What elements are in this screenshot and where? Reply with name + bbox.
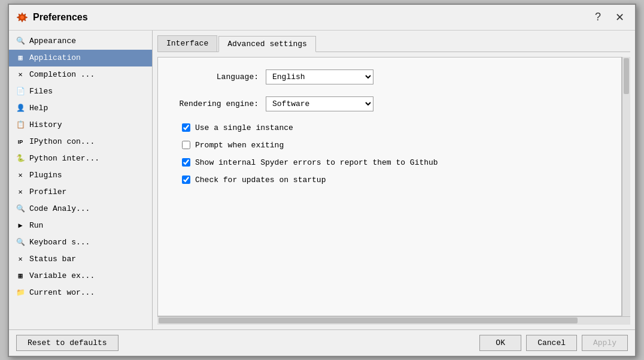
- title-buttons: ? ✕: [591, 10, 628, 25]
- scroll-thumb[interactable]: [624, 58, 629, 94]
- grid-icon: ▦: [15, 53, 26, 63]
- sidebar-item-label: Files: [29, 87, 53, 96]
- tab-advanced-settings[interactable]: Advanced settings: [218, 36, 316, 52]
- search-icon: 🔍: [15, 36, 26, 47]
- x-icon: ✕: [15, 254, 26, 265]
- tab-interface[interactable]: Interface: [157, 35, 217, 52]
- sidebar-item-run[interactable]: ▶Run: [9, 217, 152, 234]
- sidebar-item-keyboard-s...[interactable]: 🔍Keyboard s...: [9, 234, 152, 251]
- dialog-title: Preferences: [33, 12, 88, 23]
- content-area: InterfaceAdvanced settings Language: Eng…: [153, 31, 635, 329]
- sidebar-item-help[interactable]: 👤Help: [9, 100, 152, 117]
- sidebar-item-label: Status bar: [29, 255, 76, 264]
- help-button[interactable]: ?: [591, 10, 604, 25]
- reset-button[interactable]: Reset to defaults: [16, 335, 119, 351]
- sidebar-item-files[interactable]: 📄Files: [9, 83, 152, 100]
- sidebar: 🔍Appearance▦Application✕Completion ...📄F…: [9, 31, 153, 329]
- rendering-row: Rendering engine: SoftwareOpenGLAuto: [170, 96, 609, 111]
- sidebar-item-label: Profiler: [29, 187, 66, 196]
- checkbox-0[interactable]: [182, 123, 190, 132]
- sidebar-item-application[interactable]: ▦Application: [9, 50, 152, 66]
- language-label: Language:: [170, 72, 266, 81]
- rendering-select[interactable]: SoftwareOpenGLAuto: [266, 96, 373, 111]
- sidebar-item-variable-ex...[interactable]: ▦Variable ex...: [9, 268, 152, 285]
- sidebar-item-label: Run: [29, 221, 43, 230]
- history-icon: 📋: [15, 120, 26, 131]
- sidebar-item-label: Application: [29, 53, 81, 62]
- sidebar-item-label: Variable ex...: [29, 271, 95, 280]
- sidebar-item-plugins[interactable]: ✕Plugins: [9, 167, 152, 184]
- h-scroll-thumb[interactable]: [159, 317, 578, 323]
- search-icon: 🔍: [15, 204, 26, 214]
- title-bar: Preferences ? ✕: [9, 5, 635, 31]
- svg-point-0: [20, 16, 24, 19]
- vertical-scrollbar[interactable]: [622, 57, 630, 316]
- sidebar-item-current-wor...[interactable]: 📁Current wor...: [9, 285, 152, 301]
- ipython-icon: IP: [15, 137, 26, 147]
- checkbox-label-2: Show internal Spyder errors to report th…: [195, 158, 438, 167]
- checkbox-3[interactable]: [182, 176, 190, 184]
- checkbox-row-2: Show internal Spyder errors to report th…: [170, 158, 609, 167]
- preferences-icon: [16, 11, 28, 23]
- checkbox-row-1: Prompt when exiting: [170, 141, 609, 150]
- title-left: Preferences: [16, 11, 88, 23]
- checkbox-2[interactable]: [182, 158, 190, 167]
- checkbox-label-3: Check for updates on startup: [195, 176, 326, 184]
- checkbox-label-0: Use a single instance: [195, 123, 293, 132]
- sidebar-item-completion-...[interactable]: ✕Completion ...: [9, 66, 152, 83]
- checkbox-1[interactable]: [182, 141, 190, 149]
- sidebar-item-python-inter...[interactable]: 🐍Python inter...: [9, 150, 152, 167]
- x-icon: ✕: [15, 187, 26, 198]
- folder-icon: 📁: [15, 288, 26, 298]
- checkbox-label-1: Prompt when exiting: [195, 141, 284, 150]
- tab-bar: InterfaceAdvanced settings: [157, 35, 630, 52]
- sidebar-item-status-bar[interactable]: ✕Status bar: [9, 251, 152, 268]
- sidebar-item-ipython-con...[interactable]: IPIPython con...: [9, 134, 152, 150]
- checkbox-row-0: Use a single instance: [170, 123, 609, 132]
- sidebar-item-label: Completion ...: [29, 70, 95, 79]
- ok-button[interactable]: OK: [479, 335, 521, 351]
- sidebar-item-label: Python inter...: [29, 154, 99, 163]
- rendering-label: Rendering engine:: [170, 99, 266, 108]
- cancel-button[interactable]: Cancel: [526, 335, 577, 351]
- sidebar-item-label: Current wor...: [29, 288, 95, 297]
- sidebar-item-label: Plugins: [29, 171, 62, 180]
- sidebar-item-appearance[interactable]: 🔍Appearance: [9, 33, 152, 50]
- settings-panel: Language: EnglishFrenchGermanSpanish Ren…: [157, 57, 622, 316]
- bottom-bar: Reset to defaults OK Cancel Apply: [9, 329, 635, 356]
- sidebar-item-label: Appearance: [29, 37, 76, 46]
- bottom-right: OK Cancel Apply: [479, 335, 628, 351]
- sidebar-item-profiler[interactable]: ✕Profiler: [9, 184, 152, 201]
- help-icon: 👤: [15, 103, 26, 114]
- x-icon: ✕: [15, 69, 26, 80]
- sidebar-item-code-analy...[interactable]: 🔍Code Analy...: [9, 201, 152, 217]
- horizontal-scrollbar[interactable]: [157, 316, 630, 325]
- file-icon: 📄: [15, 86, 26, 97]
- keyboard-icon: 🔍: [15, 237, 26, 248]
- dialog-body: 🔍Appearance▦Application✕Completion ...📄F…: [9, 31, 635, 329]
- variable-icon: ▦: [15, 271, 26, 282]
- sidebar-item-label: Help: [29, 104, 48, 113]
- sidebar-item-label: Keyboard s...: [29, 238, 90, 247]
- language-select[interactable]: EnglishFrenchGermanSpanish: [266, 69, 373, 84]
- bottom-left: Reset to defaults: [16, 335, 119, 351]
- x-icon: ✕: [15, 170, 26, 181]
- preferences-dialog: Preferences ? ✕ 🔍Appearance▦Application✕…: [8, 4, 636, 357]
- python-icon: 🐍: [15, 153, 26, 164]
- run-icon: ▶: [15, 220, 26, 231]
- sidebar-item-history[interactable]: 📋History: [9, 117, 152, 134]
- sidebar-item-label: History: [29, 120, 62, 129]
- close-button[interactable]: ✕: [612, 10, 628, 25]
- apply-button[interactable]: Apply: [582, 335, 628, 351]
- language-row: Language: EnglishFrenchGermanSpanish: [170, 69, 609, 84]
- sidebar-item-label: IPython con...: [29, 137, 95, 146]
- sidebar-item-label: Code Analy...: [29, 204, 90, 213]
- checkbox-row-3: Check for updates on startup: [170, 176, 609, 184]
